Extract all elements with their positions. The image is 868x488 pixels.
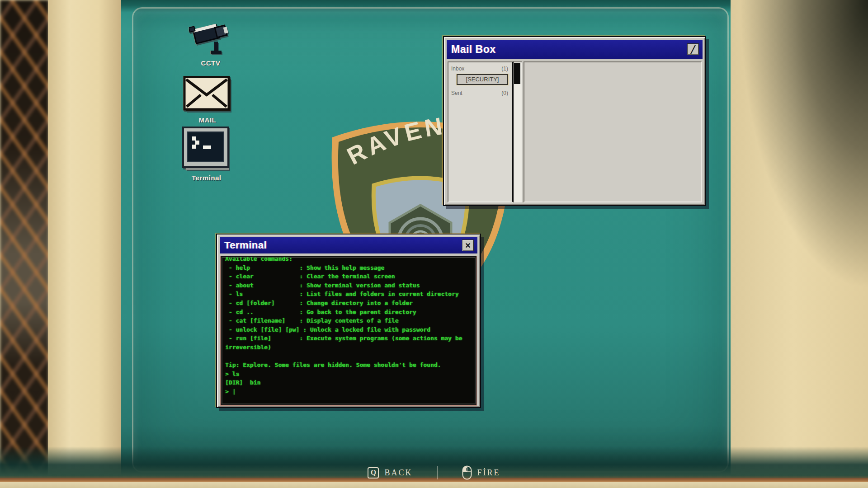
mailbox-titlebar[interactable]: Mail Box ╱ (447, 40, 703, 59)
mouse-left-click-icon (462, 465, 472, 480)
terminal-line: Available commands: (225, 256, 472, 263)
terminal-output: Available commands: - help : Show this h… (225, 256, 472, 396)
cctv-camera-icon (189, 18, 232, 57)
envelope-icon (183, 76, 232, 114)
desktop-icon-label: MAIL (199, 116, 217, 124)
terminal-line: - unlock [file] [pw] : Unlock a locked f… (225, 325, 472, 334)
folder-sent[interactable]: Sent (0) (448, 86, 512, 97)
desktop-icon-cctv[interactable]: CCTV (185, 18, 236, 67)
desktop-icon-mail[interactable]: MAIL (181, 76, 234, 124)
desk-edge-strip (0, 482, 868, 488)
terminal-line: - ls : List files and folders in current… (225, 290, 472, 299)
terminal-line: > | (225, 387, 472, 396)
terminal-title: Terminal (224, 239, 462, 251)
desktop-icon-label: Terminal (192, 174, 221, 182)
folder-inbox-label: Inbox (451, 66, 464, 72)
background-fence-blur (0, 0, 49, 488)
terminal-line: Tip: Explore. Some files are hidden. Som… (225, 361, 472, 370)
terminal-line: - cd [folder] : Change directory into a … (225, 299, 472, 308)
terminal-line (225, 352, 472, 361)
mailbox-body: Inbox (1) [SECURITY] Sent (0) (448, 61, 702, 202)
close-x-icon: ✕ (465, 241, 471, 250)
terminal-line: - about : Show terminal version and stat… (225, 281, 472, 290)
terminal-line: - cat [filename] : Display contents of a… (225, 316, 472, 325)
hud-back-label: BACK (384, 468, 412, 478)
terminal-line: irreversible) (225, 343, 472, 352)
mailbox-scrollbar[interactable] (514, 61, 522, 202)
desktop-icon-terminal[interactable]: Terminal (177, 127, 236, 182)
hud-back-hint: Q BACK (368, 467, 412, 479)
desktop-icon-label: CCTV (201, 59, 221, 67)
mailbox-folder-list: Inbox (1) [SECURITY] Sent (0) (448, 61, 514, 202)
folder-inbox-count: (1) (501, 66, 508, 72)
background-wall-right (731, 0, 868, 488)
terminal-titlebar[interactable]: Terminal ✕ (220, 237, 477, 253)
terminal-line: [DIR] bin (225, 378, 472, 387)
terminal-line: - clear : Clear the terminal screen (225, 272, 472, 281)
hud-controls: Q BACK FİRE (0, 465, 868, 481)
keyboard-q-key-icon: Q (368, 467, 379, 479)
hud-fire-hint: FİRE (462, 465, 500, 480)
mailbox-title: Mail Box (451, 43, 687, 56)
hud-divider (437, 466, 438, 479)
terminal-line: > ls (225, 370, 472, 379)
terminal-monitor-icon (181, 127, 232, 172)
terminal-line: - cd .. : Go back to the parent director… (225, 308, 472, 317)
mailbox-close-button[interactable]: ╱ (687, 43, 699, 55)
folder-sent-count: (0) (501, 90, 508, 96)
terminal-line: - help : Show this help message (225, 263, 472, 272)
game-viewport: { "desktop": { "badge": { "text": "RAVEN… (0, 0, 868, 488)
hud-fire-label: FİRE (477, 468, 500, 478)
background-wall-left (48, 0, 121, 488)
terminal-close-button[interactable]: ✕ (462, 239, 474, 251)
close-slash-icon: ╱ (691, 45, 695, 54)
folder-sent-label: Sent (451, 90, 462, 96)
mail-item-security[interactable]: [SECURITY] (457, 74, 508, 85)
terminal-window: Terminal ✕ Available commands: - help : … (216, 234, 481, 408)
mailbox-reading-pane (524, 61, 702, 202)
terminal-console[interactable]: Available commands: - help : Show this h… (221, 256, 476, 405)
mailbox-window: Mail Box ╱ Inbox (1) [SECURITY] Sent (0) (443, 36, 706, 206)
terminal-line: - run [file] : Execute system programs (… (225, 334, 472, 343)
folder-inbox[interactable]: Inbox (1) (448, 62, 512, 73)
mailbox-scrollbar-thumb[interactable] (514, 63, 520, 84)
